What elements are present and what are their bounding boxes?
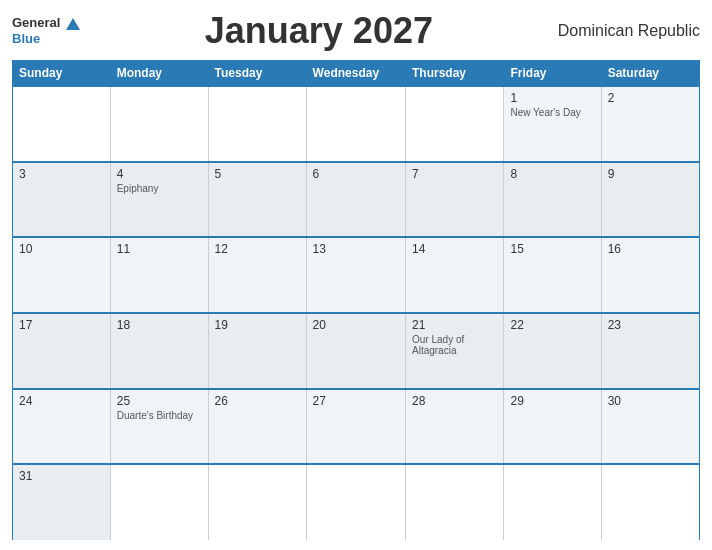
- day-number: 28: [412, 394, 497, 408]
- calendar-day-cell: 17: [13, 313, 111, 389]
- calendar-day-cell: 2: [601, 86, 699, 162]
- calendar-day-cell: [406, 86, 504, 162]
- calendar-day-cell: [110, 464, 208, 540]
- logo: General Blue: [12, 15, 80, 46]
- weekday-header-friday: Friday: [504, 61, 601, 87]
- calendar-day-cell: 3: [13, 162, 111, 238]
- calendar-header-row: SundayMondayTuesdayWednesdayThursdayFrid…: [13, 61, 700, 87]
- day-number: 30: [608, 394, 693, 408]
- calendar-week-row: 2425Duarte's Birthday2627282930: [13, 389, 700, 465]
- weekday-header-monday: Monday: [110, 61, 208, 87]
- weekday-header-thursday: Thursday: [406, 61, 504, 87]
- logo-triangle-icon: [66, 18, 80, 30]
- calendar-day-cell: [601, 464, 699, 540]
- day-number: 10: [19, 242, 104, 256]
- day-number: 15: [510, 242, 594, 256]
- calendar-day-cell: 19: [208, 313, 306, 389]
- calendar-day-cell: 13: [306, 237, 405, 313]
- holiday-name: Our Lady of Altagracia: [412, 334, 497, 356]
- country-name: Dominican Republic: [558, 22, 700, 40]
- day-number: 19: [215, 318, 300, 332]
- calendar-day-cell: 8: [504, 162, 601, 238]
- calendar-day-cell: [306, 464, 405, 540]
- calendar-day-cell: [208, 464, 306, 540]
- calendar-day-cell: 23: [601, 313, 699, 389]
- calendar-day-cell: 24: [13, 389, 111, 465]
- calendar-day-cell: 25Duarte's Birthday: [110, 389, 208, 465]
- calendar-day-cell: 14: [406, 237, 504, 313]
- day-number: 5: [215, 167, 300, 181]
- calendar-day-cell: 29: [504, 389, 601, 465]
- calendar-day-cell: 16: [601, 237, 699, 313]
- holiday-name: New Year's Day: [510, 107, 594, 118]
- day-number: 12: [215, 242, 300, 256]
- calendar-day-cell: 9: [601, 162, 699, 238]
- calendar-week-row: 31: [13, 464, 700, 540]
- calendar-header: General Blue January 2027 Dominican Repu…: [12, 10, 700, 52]
- day-number: 20: [313, 318, 399, 332]
- calendar-day-cell: 22: [504, 313, 601, 389]
- calendar-wrapper: General Blue January 2027 Dominican Repu…: [0, 0, 712, 550]
- holiday-name: Duarte's Birthday: [117, 410, 202, 421]
- day-number: 7: [412, 167, 497, 181]
- day-number: 26: [215, 394, 300, 408]
- day-number: 31: [19, 469, 104, 483]
- calendar-table: SundayMondayTuesdayWednesdayThursdayFrid…: [12, 60, 700, 540]
- logo-top: General: [12, 15, 80, 31]
- calendar-body: 1New Year's Day234Epiphany56789101112131…: [13, 86, 700, 540]
- weekday-header-row: SundayMondayTuesdayWednesdayThursdayFrid…: [13, 61, 700, 87]
- calendar-day-cell: [306, 86, 405, 162]
- calendar-day-cell: [406, 464, 504, 540]
- day-number: 24: [19, 394, 104, 408]
- calendar-day-cell: 28: [406, 389, 504, 465]
- calendar-day-cell: [504, 464, 601, 540]
- day-number: 4: [117, 167, 202, 181]
- day-number: 8: [510, 167, 594, 181]
- calendar-day-cell: 26: [208, 389, 306, 465]
- calendar-day-cell: 4Epiphany: [110, 162, 208, 238]
- calendar-day-cell: [110, 86, 208, 162]
- calendar-day-cell: 1New Year's Day: [504, 86, 601, 162]
- calendar-day-cell: 27: [306, 389, 405, 465]
- calendar-day-cell: 6: [306, 162, 405, 238]
- day-number: 3: [19, 167, 104, 181]
- weekday-header-tuesday: Tuesday: [208, 61, 306, 87]
- logo-general-text: General: [12, 15, 60, 30]
- calendar-day-cell: 12: [208, 237, 306, 313]
- day-number: 6: [313, 167, 399, 181]
- day-number: 13: [313, 242, 399, 256]
- calendar-title: January 2027: [205, 10, 433, 52]
- day-number: 23: [608, 318, 693, 332]
- day-number: 27: [313, 394, 399, 408]
- calendar-week-row: 1718192021Our Lady of Altagracia2223: [13, 313, 700, 389]
- weekday-header-wednesday: Wednesday: [306, 61, 405, 87]
- holiday-name: Epiphany: [117, 183, 202, 194]
- day-number: 14: [412, 242, 497, 256]
- day-number: 25: [117, 394, 202, 408]
- day-number: 1: [510, 91, 594, 105]
- calendar-day-cell: 7: [406, 162, 504, 238]
- day-number: 29: [510, 394, 594, 408]
- day-number: 11: [117, 242, 202, 256]
- calendar-week-row: 1New Year's Day2: [13, 86, 700, 162]
- calendar-day-cell: 31: [13, 464, 111, 540]
- calendar-day-cell: 11: [110, 237, 208, 313]
- day-number: 2: [608, 91, 693, 105]
- calendar-day-cell: 20: [306, 313, 405, 389]
- calendar-day-cell: 30: [601, 389, 699, 465]
- calendar-day-cell: 21Our Lady of Altagracia: [406, 313, 504, 389]
- calendar-week-row: 34Epiphany56789: [13, 162, 700, 238]
- calendar-day-cell: 10: [13, 237, 111, 313]
- day-number: 18: [117, 318, 202, 332]
- calendar-day-cell: [208, 86, 306, 162]
- calendar-day-cell: 18: [110, 313, 208, 389]
- logo-blue-text: Blue: [12, 31, 40, 46]
- day-number: 16: [608, 242, 693, 256]
- day-number: 17: [19, 318, 104, 332]
- calendar-week-row: 10111213141516: [13, 237, 700, 313]
- day-number: 21: [412, 318, 497, 332]
- calendar-day-cell: 15: [504, 237, 601, 313]
- day-number: 22: [510, 318, 594, 332]
- calendar-day-cell: 5: [208, 162, 306, 238]
- weekday-header-saturday: Saturday: [601, 61, 699, 87]
